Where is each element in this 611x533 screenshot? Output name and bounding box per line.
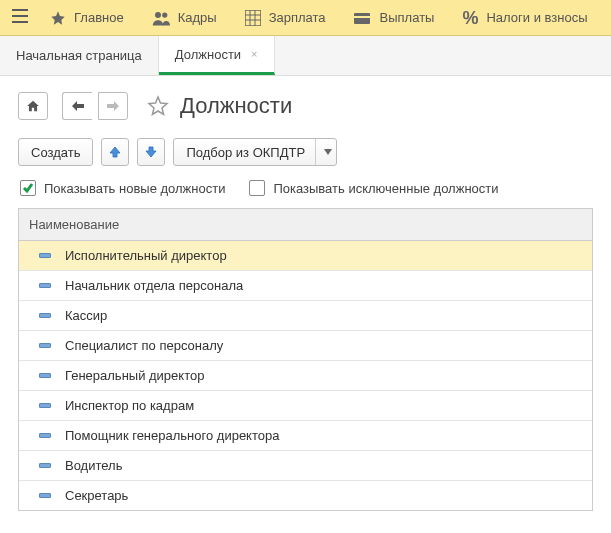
filter-row: Показывать новые должности Показывать ис… (18, 180, 593, 196)
row-name: Помощник генерального директора (65, 428, 279, 443)
filter-label: Показывать исключенные должности (273, 181, 498, 196)
checkbox-show-new[interactable] (20, 180, 36, 196)
menu-salary[interactable]: Зарплата (231, 0, 340, 35)
svg-rect-10 (354, 13, 370, 24)
table-row[interactable]: Генеральный директор (19, 361, 592, 391)
table-row[interactable]: Помощник генерального директора (19, 421, 592, 451)
chevron-down-icon (315, 139, 332, 165)
row-item-icon (39, 403, 51, 408)
table-row[interactable]: Специалист по персоналу (19, 331, 592, 361)
svg-rect-2 (12, 21, 28, 23)
positions-table: Наименование Исполнительный директорНача… (18, 208, 593, 511)
menu-label: Выплаты (380, 10, 435, 25)
okpdtr-dropdown-button[interactable]: Подбор из ОКПДТР (173, 138, 337, 166)
menu-taxes[interactable]: % Налоги и взносы (448, 0, 601, 35)
row-name: Кассир (65, 308, 107, 323)
menu-personnel[interactable]: Кадры (138, 0, 231, 35)
table-row[interactable]: Кассир (19, 301, 592, 331)
table-row[interactable]: Инспектор по кадрам (19, 391, 592, 421)
svg-rect-0 (12, 9, 28, 11)
button-label: Подбор из ОКПДТР (186, 145, 305, 160)
row-name: Секретарь (65, 488, 128, 503)
hamburger-menu-icon[interactable] (8, 9, 36, 26)
row-name: Начальник отдела персонала (65, 278, 243, 293)
table-row[interactable]: Секретарь (19, 481, 592, 511)
top-menu-bar: Главное Кадры Зарплата Выплаты % Налоги … (0, 0, 611, 36)
row-item-icon (39, 313, 51, 318)
row-item-icon (39, 463, 51, 468)
move-up-button[interactable] (101, 138, 129, 166)
menu-payments[interactable]: Выплаты (340, 0, 449, 35)
svg-rect-1 (12, 15, 28, 17)
filter-show-new: Показывать новые должности (20, 180, 225, 196)
tab-start-page[interactable]: Начальная страница (0, 36, 159, 75)
menu-label: Кадры (178, 10, 217, 25)
home-button[interactable] (18, 92, 48, 120)
nav-row: Должности (18, 92, 593, 120)
favorite-star-icon[interactable] (146, 94, 170, 118)
table-row[interactable]: Исполнительный директор (19, 241, 592, 271)
svg-point-3 (155, 12, 161, 18)
menu-label: Налоги и взносы (486, 10, 587, 25)
page-title: Должности (180, 93, 292, 119)
tab-strip: Начальная страница Должности × (0, 36, 611, 76)
tab-positions[interactable]: Должности × (159, 36, 275, 75)
row-name: Инспектор по кадрам (65, 398, 194, 413)
table-row[interactable]: Начальник отдела персонала (19, 271, 592, 301)
tab-label: Должности (175, 47, 241, 62)
menu-label: Зарплата (269, 10, 326, 25)
back-button[interactable] (62, 92, 92, 120)
row-item-icon (39, 433, 51, 438)
row-name: Водитель (65, 458, 122, 473)
row-item-icon (39, 253, 51, 258)
row-item-icon (39, 493, 51, 498)
svg-rect-11 (354, 16, 370, 18)
filter-show-excluded: Показывать исключенные должности (249, 180, 498, 196)
toolbar: Создать Подбор из ОКПДТР (18, 138, 593, 166)
table-row[interactable]: Водитель (19, 451, 592, 481)
row-name: Генеральный директор (65, 368, 204, 383)
table-header[interactable]: Наименование (19, 209, 592, 241)
filter-label: Показывать новые должности (44, 181, 225, 196)
row-item-icon (39, 283, 51, 288)
move-down-button[interactable] (137, 138, 165, 166)
forward-button[interactable] (98, 92, 128, 120)
row-item-icon (39, 343, 51, 348)
percent-icon: % (462, 9, 478, 27)
create-button[interactable]: Создать (18, 138, 93, 166)
menu-label: Главное (74, 10, 124, 25)
row-name: Специалист по персоналу (65, 338, 223, 353)
close-icon[interactable]: × (251, 49, 257, 60)
svg-point-4 (162, 12, 167, 17)
row-item-icon (39, 373, 51, 378)
svg-rect-5 (245, 10, 261, 26)
tab-label: Начальная страница (16, 48, 142, 63)
menu-main[interactable]: Главное (36, 0, 138, 35)
checkbox-show-excluded[interactable] (249, 180, 265, 196)
content-area: Должности Создать Подбор из ОКПДТР Показ… (0, 76, 611, 527)
row-name: Исполнительный директор (65, 248, 227, 263)
